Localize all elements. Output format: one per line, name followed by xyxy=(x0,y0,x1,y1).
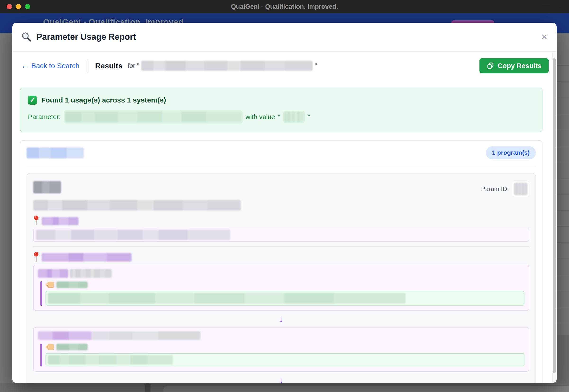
redacted-tag-label xyxy=(56,281,88,288)
success-headline-row: ✓ Found 1 usage(s) across 1 system(s) xyxy=(28,96,534,105)
back-to-search-link[interactable]: ← Back to Search xyxy=(21,62,79,70)
redacted-program-name xyxy=(33,181,61,193)
redacted-parameter-name xyxy=(65,112,241,122)
for-label: for xyxy=(128,62,135,70)
redacted-parameter-value-pill xyxy=(283,111,305,123)
step-value-box xyxy=(45,353,525,366)
tag-icon xyxy=(45,344,54,350)
redacted-parameter-value xyxy=(284,112,304,122)
arrow-down-icon: ↓ xyxy=(279,314,284,324)
step-title-row xyxy=(38,331,525,340)
search-term-group: for " " xyxy=(128,61,317,71)
param-id-group: Param ID: xyxy=(481,181,529,197)
modal-title: Parameter Usage Report xyxy=(36,32,136,42)
redacted-location-label xyxy=(42,253,132,262)
copy-icon xyxy=(487,62,494,70)
step-value-box xyxy=(45,291,525,306)
success-banner: ✓ Found 1 usage(s) across 1 system(s) Pa… xyxy=(20,88,542,132)
modal-scroll-content: ✓ Found 1 usage(s) across 1 system(s) Pa… xyxy=(12,80,557,383)
modal-header: Parameter Usage Report ✕ xyxy=(12,23,557,52)
value-close-quote: " xyxy=(308,113,310,121)
program-header: Param ID: xyxy=(33,181,529,197)
close-quote: " xyxy=(315,62,317,70)
redacted-parameter-name-pill xyxy=(64,110,243,124)
modal-scrollbar-thumb[interactable] xyxy=(553,58,556,373)
redacted-step-info xyxy=(70,269,112,278)
copy-results-button[interactable]: Copy Results xyxy=(480,58,549,73)
redacted-search-term xyxy=(141,61,313,71)
flow-arrow-row: ↓ xyxy=(33,375,529,383)
divider xyxy=(27,166,536,167)
redacted-system-name xyxy=(27,147,84,158)
step-body xyxy=(40,281,525,306)
dimmed-page-rows xyxy=(557,65,569,335)
copy-results-label: Copy Results xyxy=(498,62,541,70)
pin-icon xyxy=(33,215,39,225)
parameter-label: Parameter: xyxy=(28,113,61,121)
redacted-step-name xyxy=(38,269,68,278)
screen: QualGeni - Qualification. Improved. Qual… xyxy=(0,0,569,392)
open-quote: " xyxy=(137,62,140,70)
redacted-step-value xyxy=(48,293,406,304)
system-header: 1 program(s) xyxy=(27,146,536,159)
step-body xyxy=(40,344,525,366)
location-detail-box xyxy=(33,228,529,242)
divider xyxy=(33,246,529,247)
param-id-label: Param ID: xyxy=(481,185,509,193)
results-title: Results xyxy=(95,62,122,70)
zoom-window-button[interactable] xyxy=(25,4,30,9)
step-title-row xyxy=(38,269,525,278)
success-headline: Found 1 usage(s) across 1 system(s) xyxy=(41,96,166,104)
location-row xyxy=(33,215,529,225)
parameter-summary-row: Parameter: with value " " xyxy=(28,110,534,124)
dimmed-page-panel xyxy=(163,386,569,392)
pin-icon xyxy=(33,252,39,262)
window-title: QualGeni - Qualification. Improved. xyxy=(231,3,338,10)
redacted-tag-label xyxy=(56,344,88,350)
programs-count-badge: 1 program(s) xyxy=(486,146,536,159)
redacted-location-detail xyxy=(36,230,230,240)
arrow-down-icon: ↓ xyxy=(279,375,284,383)
check-icon: ✓ xyxy=(28,96,37,105)
param-id-chip xyxy=(512,181,529,197)
value-open-quote: " xyxy=(278,113,280,121)
window-controls xyxy=(7,4,30,9)
redacted-param-id xyxy=(514,183,527,195)
close-icon[interactable]: ✕ xyxy=(541,33,548,41)
tag-icon xyxy=(45,281,54,288)
system-result-card: 1 program(s) Param ID: xyxy=(20,140,542,383)
tag-row xyxy=(45,344,525,350)
redacted-step-value xyxy=(48,355,173,364)
redacted-location-label xyxy=(42,217,79,225)
modal-scrollbar-track[interactable] xyxy=(552,53,556,382)
back-arrow-icon: ← xyxy=(21,62,29,70)
flow-arrow-row: ↓ xyxy=(33,314,529,324)
with-value-label: with value xyxy=(246,113,275,121)
magnifier-icon xyxy=(21,32,32,42)
close-window-button[interactable] xyxy=(7,4,12,9)
step-card xyxy=(33,265,529,311)
parameter-usage-modal: Parameter Usage Report ✕ ← Back to Searc… xyxy=(12,23,557,383)
macos-titlebar: QualGeni - Qualification. Improved. xyxy=(0,0,569,13)
tag-row xyxy=(45,281,525,288)
program-card: Param ID: xyxy=(27,173,536,383)
location-row xyxy=(33,252,529,262)
vertical-divider xyxy=(87,59,88,73)
redacted-program-description xyxy=(33,200,241,210)
results-toolbar: ← Back to Search Results for " " Copy Re… xyxy=(12,52,557,80)
minimize-window-button[interactable] xyxy=(16,4,21,9)
redacted-step-name xyxy=(38,331,200,340)
back-link-label: Back to Search xyxy=(31,62,79,70)
dimmed-page-scrollbar xyxy=(145,383,150,392)
step-card xyxy=(33,327,529,372)
